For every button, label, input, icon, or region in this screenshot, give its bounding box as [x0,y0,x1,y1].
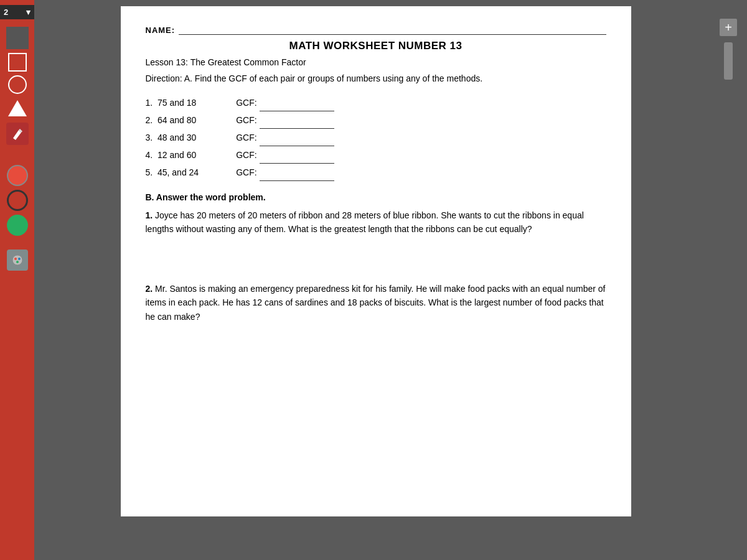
sidebar: 2 ▾ [0,0,34,560]
gcf-underline-2[interactable] [260,119,334,129]
gcf-item-3: GCF: [236,129,334,146]
gcf-underline-4[interactable] [260,154,334,164]
worksheet-paper: NAME: MATH WORKSHEET NUMBER 13 Lesson 13… [121,6,631,516]
svg-point-4 [16,261,19,263]
svg-marker-0 [8,100,27,116]
svg-point-3 [18,258,21,260]
list-item: 1. 75 and 18 [146,94,199,111]
page-number-dropdown[interactable]: 2 ▾ [0,5,34,19]
word-problem-2: 2. Mr. Santos is making an emergency pre… [146,282,606,324]
add-button[interactable]: + [720,19,737,36]
answer-area-1 [146,248,606,282]
problems-section: 1. 75 and 18 2. 64 and 80 3. 48 and 30 4… [146,94,606,181]
right-panel: + [716,6,741,80]
svg-point-1 [12,255,22,265]
gcf-item-1: GCF: [236,94,334,111]
section-b-title: B. Answer the word problem. [146,192,606,202]
gcf-label-4: GCF: [236,146,256,164]
red-circle-icon[interactable] [7,165,28,186]
name-label: NAME: [146,26,176,35]
gcf-label-2: GCF: [236,111,256,129]
gcf-label-5: GCF: [236,164,256,181]
name-row: NAME: [146,24,606,35]
list-item: 5. 45, and 24 [146,164,199,181]
list-item: 3. 48 and 30 [146,129,199,146]
word-problem-2-text: Mr. Santos is making an emergency prepar… [146,284,606,322]
gcf-underline-5[interactable] [260,171,334,181]
list-item: 2. 64 and 80 [146,111,199,129]
direction-text: Direction: A. Find the GCF of each pair … [146,72,606,85]
gcf-label-1: GCF: [236,94,256,111]
gcf-item-4: GCF: [236,146,334,164]
square-icon[interactable] [8,53,27,72]
palette-icon[interactable] [7,250,28,271]
scroll-handle[interactable] [724,42,733,80]
page-number: 2 [4,7,8,17]
pen-tool-icon[interactable] [6,123,29,145]
dropdown-arrow-icon: ▾ [26,7,31,17]
gcf-item-2: GCF: [236,111,334,129]
outline-circle-icon[interactable] [7,190,28,211]
word-problem-2-number: 2. [146,284,156,294]
worksheet-title: MATH WORKSHEET NUMBER 13 [146,40,606,52]
word-problem-1-text: Joyce has 20 meters of 20 meters of ribb… [146,210,584,234]
gcf-label-3: GCF: [236,129,256,146]
svg-point-2 [14,258,17,260]
toolbar-rect [6,27,29,49]
main-content-area: NAME: MATH WORKSHEET NUMBER 13 Lesson 13… [34,0,747,560]
problems-list: 1. 75 and 18 2. 64 and 80 3. 48 and 30 4… [146,94,199,181]
gcf-underline-3[interactable] [260,136,334,146]
list-item: 4. 12 and 60 [146,146,199,164]
name-underline [179,24,606,35]
word-problem-1: 1. Joyce has 20 meters of 20 meters of r… [146,208,606,236]
word-problem-1-number: 1. [146,210,156,220]
gcf-list: GCF: GCF: GCF: GCF: [236,94,334,181]
lesson-title: Lesson 13: The Greatest Common Factor [146,57,606,67]
green-circle-icon[interactable] [7,215,28,236]
gcf-underline-1[interactable] [260,101,334,111]
gcf-item-5: GCF: [236,164,334,181]
triangle-icon[interactable] [8,100,27,119]
circle-icon[interactable] [8,75,27,94]
